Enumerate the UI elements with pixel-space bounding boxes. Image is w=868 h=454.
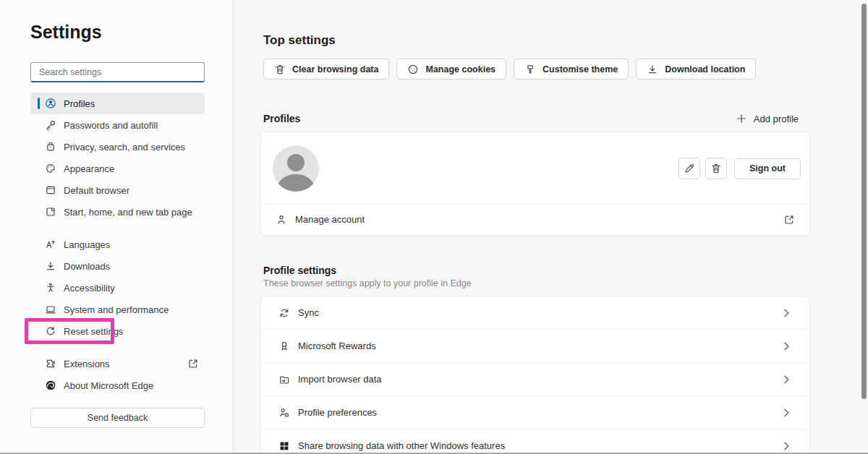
- button-label: Add profile: [754, 113, 799, 124]
- sidebar-item-start-home[interactable]: Start, home, and new tab page: [30, 201, 205, 223]
- row-label: Import browser data: [298, 374, 382, 385]
- reset-icon: [45, 325, 56, 337]
- sidebar-item-label: Passwords and autofill: [64, 120, 158, 131]
- windows-logo-icon: [278, 440, 290, 452]
- paint-theme-icon: [524, 64, 536, 75]
- sidebar-item-accessibility[interactable]: Accessibility: [30, 277, 205, 299]
- profile-actions: Sign out: [678, 158, 801, 179]
- person-icon: [276, 214, 287, 226]
- sidebar-item-label: Profiles: [64, 98, 95, 109]
- sidebar-item-label: System and performance: [64, 304, 169, 315]
- settings-main: Top settings Clear browsing data Manage …: [234, 0, 868, 454]
- sidebar-item-label: Start, home, and new tab page: [64, 207, 192, 218]
- rewards-icon: [278, 340, 290, 352]
- row-label: Microsoft Rewards: [298, 340, 376, 351]
- languages-icon: [45, 239, 56, 250]
- button-label: Clear browsing data: [292, 64, 378, 74]
- download-icon: [647, 64, 658, 75]
- profile-settings-subtitle: These browser settings apply to your pro…: [263, 278, 868, 288]
- page-title: Settings: [30, 22, 233, 43]
- sync-icon: [278, 307, 290, 319]
- chevron-right-icon: [780, 374, 792, 385]
- sync-row[interactable]: Sync: [261, 296, 809, 329]
- add-profile-button[interactable]: Add profile: [736, 113, 799, 124]
- sidebar-item-default-browser[interactable]: Default browser: [30, 179, 205, 201]
- send-feedback-button[interactable]: Send feedback: [30, 408, 205, 428]
- manage-account-row[interactable]: Manage account: [261, 204, 809, 235]
- sidebar-item-label: Accessibility: [64, 283, 115, 294]
- sidebar-item-profiles[interactable]: Profiles: [30, 93, 205, 114]
- external-link-icon: [187, 358, 199, 369]
- sidebar-item-label: Default browser: [64, 185, 129, 196]
- edit-profile-button[interactable]: [678, 158, 700, 179]
- vertical-scrollbar[interactable]: [861, 4, 867, 399]
- sidebar-item-label: Appearance: [64, 163, 114, 174]
- import-browser-data-row[interactable]: Import browser data: [261, 363, 809, 395]
- sidebar-item-label: Reset settings: [64, 326, 123, 337]
- edge-logo-icon: [45, 380, 56, 391]
- top-settings-heading: Top settings: [263, 33, 868, 48]
- key-icon: [45, 119, 56, 131]
- laptop-icon: [45, 304, 56, 315]
- sidebar-item-languages[interactable]: Languages: [30, 234, 205, 255]
- row-label: Sync: [298, 307, 319, 318]
- download-location-button[interactable]: Download location: [636, 59, 756, 80]
- profile-avatar: [273, 145, 319, 192]
- search-input[interactable]: [30, 62, 205, 82]
- sidebar-item-reset-settings[interactable]: Reset settings: [30, 320, 205, 342]
- sidebar-item-label: Downloads: [64, 261, 110, 272]
- sidebar-item-label: Extensions: [64, 359, 110, 369]
- trash-icon: [274, 64, 286, 75]
- sign-out-button[interactable]: Sign out: [734, 158, 801, 179]
- edge-settings-page: Settings Profiles Passwords and autofill: [0, 0, 868, 454]
- button-label: Manage cookies: [425, 64, 495, 74]
- sidebar-item-label: About Microsoft Edge: [64, 380, 153, 391]
- profiles-section-head: Profiles Add profile: [260, 113, 810, 124]
- button-label: Customise theme: [542, 64, 618, 74]
- chevron-right-icon: [780, 307, 792, 319]
- pencil-icon: [684, 163, 695, 174]
- sidebar-item-appearance[interactable]: Appearance: [30, 158, 205, 179]
- top-settings-buttons: Clear browsing data Manage cookies Custo…: [263, 59, 868, 80]
- palette-icon: [45, 163, 56, 174]
- sidebar-item-system-performance[interactable]: System and performance: [30, 299, 205, 320]
- puzzle-icon: [45, 358, 56, 369]
- profile-settings-heading: Profile settings: [263, 265, 868, 276]
- microsoft-rewards-row[interactable]: Microsoft Rewards: [261, 330, 809, 362]
- profiles-heading: Profiles: [263, 113, 300, 124]
- browser-window-icon: [45, 184, 56, 196]
- delete-profile-button[interactable]: [705, 158, 727, 179]
- sidebar-item-label: Privacy, search, and services: [64, 142, 185, 153]
- share-browsing-data-row[interactable]: Share browsing data with other Windows f…: [261, 429, 809, 454]
- profiles-card: Sign out Manage account: [260, 132, 810, 236]
- customise-theme-button[interactable]: Customise theme: [514, 59, 629, 80]
- row-label: Profile preferences: [298, 407, 377, 418]
- chevron-right-icon: [780, 407, 792, 419]
- profile-preferences-row[interactable]: Profile preferences: [261, 396, 809, 429]
- lock-icon: [45, 141, 56, 153]
- sidebar-item-passwords[interactable]: Passwords and autofill: [30, 114, 205, 136]
- download-icon: [45, 260, 56, 272]
- profile-settings-card: Sync Microsoft Rewards: [260, 296, 810, 454]
- plus-icon: [736, 113, 747, 124]
- trash-icon: [710, 163, 722, 174]
- sidebar-item-downloads[interactable]: Downloads: [30, 255, 205, 277]
- chevron-right-icon: [780, 340, 792, 352]
- sidebar-nav: Profiles Passwords and autofill Privacy,…: [30, 93, 205, 396]
- manage-cookies-button[interactable]: Manage cookies: [396, 59, 506, 80]
- sidebar-item-privacy[interactable]: Privacy, search, and services: [30, 136, 205, 158]
- cookie-icon: [407, 64, 419, 75]
- person-gear-icon: [278, 407, 290, 419]
- sidebar-item-about-edge[interactable]: About Microsoft Edge: [30, 374, 205, 396]
- import-folder-icon: [278, 374, 290, 385]
- external-link-icon: [783, 214, 795, 226]
- sidebar-item-extensions[interactable]: Extensions: [30, 353, 205, 374]
- row-label: Share browsing data with other Windows f…: [298, 440, 505, 451]
- button-label: Download location: [665, 64, 745, 74]
- chevron-right-icon: [780, 440, 792, 452]
- profiles-icon: [45, 98, 56, 109]
- new-tab-page-icon: [45, 206, 56, 218]
- sidebar-item-label: Languages: [64, 239, 110, 250]
- manage-account-label: Manage account: [295, 214, 365, 225]
- clear-browsing-data-button[interactable]: Clear browsing data: [263, 59, 389, 80]
